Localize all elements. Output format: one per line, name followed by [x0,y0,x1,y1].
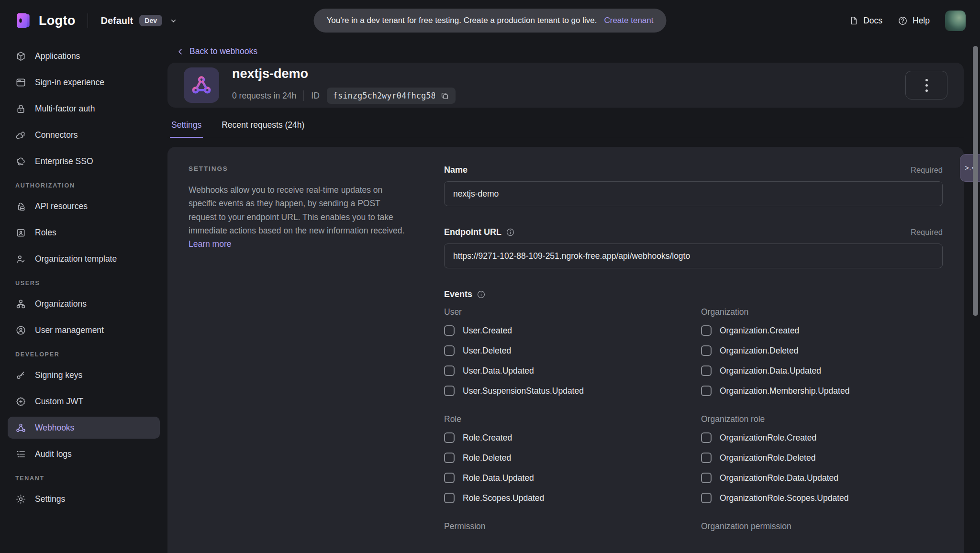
sidebar-item-label: Settings [35,494,65,504]
event-group-title: User [444,307,686,317]
checkbox-user-created[interactable] [444,325,455,336]
list-icon [15,449,26,460]
docs-button[interactable]: Docs [849,16,882,26]
webhook-id-label: ID [311,91,320,101]
vertical-scrollbar[interactable] [973,46,978,316]
sidebar-item-organizations[interactable]: Organizations [8,293,160,315]
seal-plus-icon [15,396,26,407]
checkbox-role-created[interactable] [444,432,455,443]
sidebar-item-multi-factor-auth[interactable]: Multi-factor auth [8,98,160,120]
tenant-dev-badge: Dev [139,15,162,26]
checkbox-user-data-updated[interactable] [444,365,455,376]
sidebar-item-label: Signing keys [35,370,82,380]
user-avatar[interactable] [945,11,966,31]
tenant-selector[interactable]: Default Dev [100,15,177,26]
sidebar-item-user-management[interactable]: User management [8,319,160,341]
topbar-actions: Docs Help [849,11,966,31]
tenant-name: Default [100,15,133,26]
sidebar-section-header: TENANT [15,475,152,482]
app-layout: ApplicationsSign-in experienceMulti-fact… [0,41,980,553]
event-group-title: Role [444,414,686,424]
endpoint-url-input[interactable] [444,243,943,268]
checkbox-organizationrole-data-updated[interactable] [701,473,712,483]
logto-logo-icon [14,11,33,30]
event-row: Role.Deleted [444,448,686,468]
create-tenant-link[interactable]: Create tenant [604,16,653,25]
sidebar-item-signing-keys[interactable]: Signing keys [8,364,160,386]
checkbox-organization-membership-updated[interactable] [701,386,712,396]
chevron-down-icon [169,17,178,25]
checkbox-organization-deleted[interactable] [701,345,712,356]
org-chart-icon [15,299,26,310]
checkbox-organizationrole-deleted[interactable] [701,453,712,463]
sidebar-item-label: Sign-in experience [35,77,104,88]
sidebar-section-header: USERS [15,280,152,287]
main-content: Back to webhooks [167,41,980,553]
event-row: OrganizationRole.Data.Updated [701,468,943,488]
sidebar-item-webhooks[interactable]: Webhooks [8,417,160,439]
webhook-id-tag: fsinzg5ch2wyr04fhcg58 [327,88,456,104]
event-row: User.Deleted [444,341,686,361]
sidebar-item-roles[interactable]: Roles [8,221,160,243]
event-name: OrganizationRole.Scopes.Updated [720,493,848,503]
event-name: Role.Created [463,433,512,443]
user-circle-icon [15,325,26,336]
event-name: User.Deleted [463,346,511,356]
sidebar-item-enterprise-sso[interactable]: Enterprise SSO [8,150,160,172]
settings-description-text: Webhooks allow you to receive real-time … [189,185,404,235]
back-to-webhooks-link[interactable]: Back to webhooks [176,46,257,56]
name-label: Name [444,165,468,175]
checkbox-organization-created[interactable] [701,325,712,336]
settings-heading: SETTINGS [189,165,405,172]
name-input[interactable] [444,181,943,206]
logto-brand[interactable]: Logto [14,11,75,30]
sidebar-item-settings[interactable]: Settings [8,488,160,510]
event-name: Role.Data.Updated [463,473,534,483]
event-row: User.Created [444,321,686,341]
sidebar-item-custom-jwt[interactable]: Custom JWT [8,390,160,412]
sidebar-item-applications[interactable]: Applications [8,45,160,67]
help-button[interactable]: Help [898,16,930,26]
checkbox-organizationrole-created[interactable] [701,432,712,443]
event-row: OrganizationRole.Created [701,428,943,448]
browser-icon [15,77,26,88]
kebab-icon [925,79,928,81]
tab-recent-requests-24h-[interactable]: Recent requests (24h) [222,120,304,138]
webhook-icon [15,422,26,433]
chevron-left-icon [176,47,185,56]
sidebar-item-label: User management [35,325,104,335]
tab-settings[interactable]: Settings [171,120,201,138]
checkbox-user-deleted[interactable] [444,345,455,356]
checkbox-organization-data-updated[interactable] [701,365,712,376]
checkbox-role-scopes-updated[interactable] [444,493,455,503]
checkbox-role-deleted[interactable] [444,453,455,463]
event-name: Role.Scopes.Updated [463,493,544,503]
checkbox-role-data-updated[interactable] [444,473,455,483]
sidebar-item-label: Multi-factor auth [35,104,95,114]
event-name: Organization.Membership.Updated [720,386,849,396]
event-row: User.SuspensionStatus.Updated [444,381,686,401]
events-label: Events [444,289,472,299]
sidebar-item-organization-template[interactable]: Organization template [8,248,160,270]
sidebar-item-connectors[interactable]: Connectors [8,124,160,146]
event-name: User.Created [463,326,512,336]
event-name: Organization.Deleted [720,346,798,356]
sidebar-item-label: Custom JWT [35,397,83,407]
learn-more-link[interactable]: Learn more [189,239,232,249]
event-row: Organization.Created [701,321,943,341]
more-actions-button[interactable] [905,71,947,100]
sidebar-item-api-resources[interactable]: API resources [8,195,160,217]
brand-name: Logto [39,13,75,28]
checkbox-user-suspensionstatus-updated[interactable] [444,386,455,396]
copy-icon[interactable] [440,91,449,100]
banner-text: You're in a dev tenant for free testing.… [327,16,597,25]
checkbox-organizationrole-scopes-updated[interactable] [701,493,712,503]
event-row: User.Data.Updated [444,361,686,381]
sidebar-item-audit-logs[interactable]: Audit logs [8,443,160,465]
webhook-avatar [184,67,219,103]
event-name: OrganizationRole.Created [720,433,816,443]
event-group-permission: Permission [444,521,686,535]
sidebar-item-sign-in-experience[interactable]: Sign-in experience [8,71,160,93]
event-name: User.Data.Updated [463,366,534,376]
sidebar: ApplicationsSign-in experienceMulti-fact… [0,41,167,553]
